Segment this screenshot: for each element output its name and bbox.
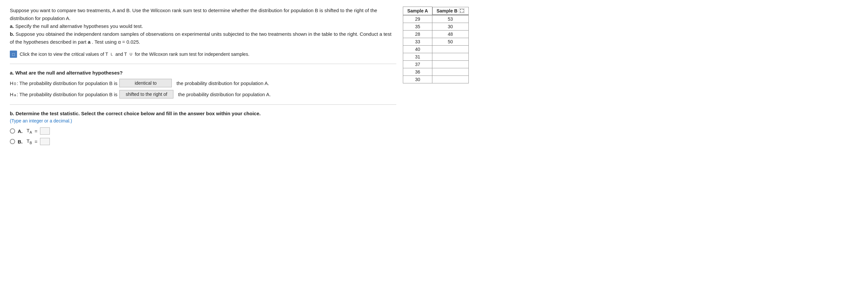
ha-sub: a: [14, 93, 16, 97]
h0-middle: : The probability distribution for popul…: [17, 80, 117, 86]
ha-label: Ha: The probability distribution for pop…: [10, 92, 117, 97]
cell-a: 29: [403, 15, 432, 23]
table-expand-icon[interactable]: ⛶: [459, 8, 464, 13]
option-a-sub: A: [30, 130, 32, 134]
cell-b: [432, 61, 468, 68]
icon-and-text: and T: [115, 52, 127, 57]
ha-prefix: H: [10, 92, 13, 97]
cell-b: 53: [432, 15, 468, 23]
cell-b: [432, 53, 468, 61]
icon-sub-u: U: [129, 52, 132, 56]
col-header-a: Sample A: [403, 7, 432, 16]
cell-a: 30: [403, 76, 432, 83]
intro-paragraph: Suppose you want to compare two treatmen…: [10, 6, 396, 46]
option-a-label[interactable]: A.: [18, 129, 23, 134]
option-b-row: B. TB =: [10, 138, 396, 145]
main-container: Suppose you want to compare two treatmen…: [10, 6, 469, 148]
ha-middle: : The probability distribution for popul…: [17, 92, 117, 97]
section-b: b. Determine the test statistic. Select …: [10, 111, 396, 145]
icon-sub-l: L: [111, 52, 113, 56]
cell-b: [432, 46, 468, 53]
cell-b: [432, 68, 468, 76]
table-header-row: Sample A Sample B⛶: [403, 7, 469, 16]
table-row: 40: [403, 46, 469, 53]
section-b-title: b. Determine the test statistic. Select …: [10, 111, 396, 116]
table-row: 37: [403, 61, 469, 68]
table-row: 30: [403, 76, 469, 83]
cell-a: 40: [403, 46, 432, 53]
option-b-answer-box[interactable]: [40, 138, 50, 145]
ha-row: Ha: The probability distribution for pop…: [10, 90, 396, 98]
cell-a: 33: [403, 38, 432, 46]
part-b-end: . Test using α = 0.025.: [92, 39, 140, 45]
part-b-label: b.: [10, 31, 14, 37]
h0-dropdown[interactable]: identical to: [119, 79, 172, 87]
option-b-eq: =: [35, 139, 38, 144]
cell-b: 48: [432, 31, 468, 38]
option-a-answer-box[interactable]: [40, 128, 50, 135]
left-content: Suppose you want to compare two treatmen…: [10, 6, 396, 148]
cell-a: 36: [403, 68, 432, 76]
hint-text: (Type an integer or a decimal.): [10, 118, 396, 123]
table-body: 29533530284833504031373630: [403, 15, 469, 83]
section-a: a. What are the null and alternative hyp…: [10, 70, 396, 98]
book-icon[interactable]: □: [10, 51, 17, 58]
option-b-radio[interactable]: [10, 139, 15, 144]
intro-text-1: Suppose you want to compare two treatmen…: [10, 7, 377, 21]
table-row: 31: [403, 53, 469, 61]
h0-prefix: H: [10, 80, 13, 86]
h0-row: H0: The probability distribution for pop…: [10, 79, 396, 87]
divider-1: [10, 64, 396, 64]
col-header-b: Sample B⛶: [432, 7, 469, 15]
icon-row: □ Click the icon to view the critical va…: [10, 51, 396, 58]
cell-b: 50: [432, 38, 468, 46]
table-row: 2848: [403, 31, 469, 38]
cell-b: 30: [432, 23, 468, 31]
table-row: 36: [403, 68, 469, 76]
sample-data-table: Sample A Sample B⛶ 295335302848335040313…: [403, 6, 469, 83]
ha-end: the probability distribution for populat…: [178, 92, 271, 97]
icon-end-text: for the Wilcoxon rank sum test for indep…: [135, 52, 249, 57]
cell-a: 31: [403, 53, 432, 61]
option-a-stat: TA: [27, 128, 32, 134]
h0-end: the probability distribution for populat…: [176, 80, 269, 86]
header-b-text: Sample B: [437, 8, 458, 13]
option-a-row: A. TA =: [10, 128, 396, 135]
h0-sub: 0: [14, 82, 16, 86]
option-b-label[interactable]: B.: [18, 139, 23, 144]
part-a-text: Specify the null and alternative hypothe…: [16, 23, 143, 29]
table-row: 3530: [403, 23, 469, 31]
right-table: Sample A Sample B⛶ 295335302848335040313…: [403, 6, 469, 148]
h0-label: H0: The probability distribution for pop…: [10, 80, 117, 86]
part-b-bold: a: [88, 39, 90, 45]
cell-a: 35: [403, 23, 432, 31]
table-row: 3350: [403, 38, 469, 46]
table-row: 2953: [403, 15, 469, 23]
part-b-text: Suppose you obtained the independent ran…: [10, 31, 392, 45]
ha-dropdown[interactable]: shifted to the right of: [119, 90, 174, 98]
option-b-sub: B: [30, 141, 32, 145]
cell-b: [432, 76, 468, 83]
option-a-eq: =: [35, 129, 38, 134]
section-a-title: a. What are the null and alternative hyp…: [10, 70, 396, 76]
part-a-label: a.: [10, 23, 14, 29]
cell-a: 37: [403, 61, 432, 68]
option-b-stat: TB: [27, 138, 32, 145]
icon-text-1: Click the icon to view the critical valu…: [20, 52, 108, 57]
option-a-radio[interactable]: [10, 129, 15, 134]
cell-a: 28: [403, 31, 432, 38]
